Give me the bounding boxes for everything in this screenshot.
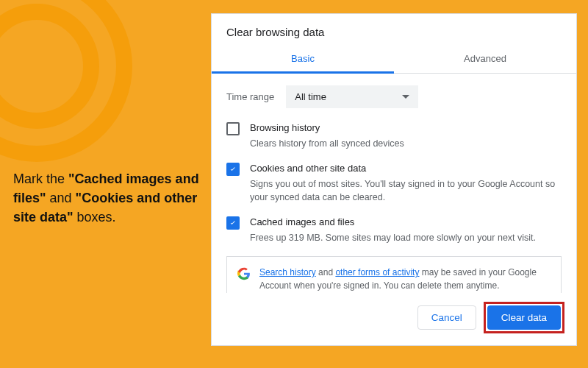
option-cached: Cached images and files Frees up 319 MB.…: [226, 216, 562, 244]
option-cookies: Cookies and other site data Signs you ou…: [226, 162, 562, 204]
checkbox-browsing-history[interactable]: [226, 122, 240, 135]
dialog-footer: Cancel Clear data: [212, 293, 576, 345]
checkbox-cookies[interactable]: [226, 163, 240, 176]
clear-data-button[interactable]: Clear data: [487, 305, 561, 330]
clear-browsing-data-dialog: Clear browsing data Basic Advanced Time …: [211, 13, 577, 346]
checkbox-cached[interactable]: [226, 216, 240, 230]
dialog-title: Clear browsing data: [212, 14, 576, 46]
time-range-label: Time range: [226, 91, 274, 102]
search-history-link[interactable]: Search history: [259, 267, 316, 277]
cancel-button[interactable]: Cancel: [417, 305, 476, 330]
option-title: Browsing history: [250, 121, 404, 135]
google-icon: [237, 267, 251, 280]
option-title: Cookies and other site data: [250, 162, 562, 176]
time-range-select[interactable]: All time: [286, 85, 418, 108]
dialog-tabs: Basic Advanced: [212, 46, 576, 74]
instruction-text: Mark the "Cached images and files" and "…: [13, 169, 204, 227]
tab-advanced[interactable]: Advanced: [394, 46, 576, 73]
option-desc: Signs you out of most sites. You'll stay…: [250, 177, 562, 204]
option-title: Cached images and files: [250, 216, 536, 230]
other-activity-link[interactable]: other forms of activity: [335, 267, 419, 277]
background-decoration: [0, 0, 132, 162]
google-account-info: Search history and other forms of activi…: [226, 256, 562, 293]
tab-basic[interactable]: Basic: [212, 46, 394, 73]
option-desc: Frees up 319 MB. Some sites may load mor…: [250, 231, 536, 244]
highlight-annotation: Clear data: [484, 302, 564, 333]
chevron-down-icon: [402, 95, 409, 99]
time-range-value: All time: [295, 91, 326, 102]
option-desc: Clears history from all synced devices: [250, 137, 404, 150]
option-browsing-history: Browsing history Clears history from all…: [226, 121, 562, 150]
